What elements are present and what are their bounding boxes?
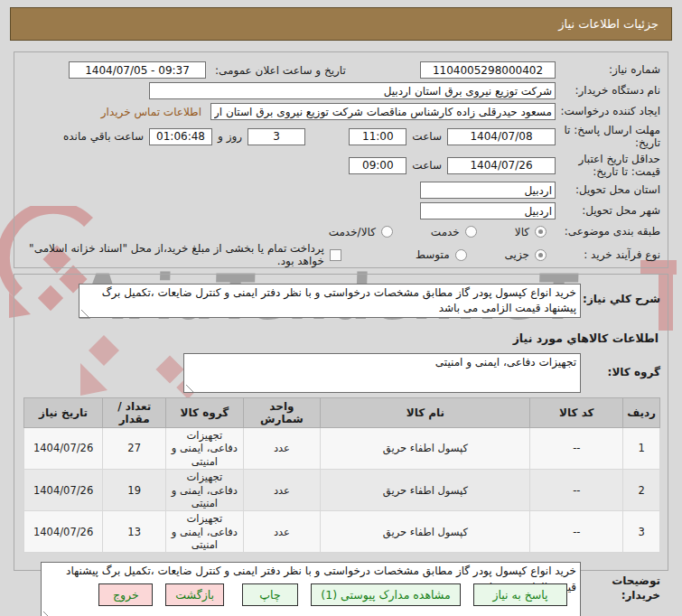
items-table-body: 1-- کپسول اطفاء حریقعدد تجهیزات دفاعی، ا… [24,428,660,553]
radio-minor-icon[interactable] [535,249,547,261]
process-type-label: نوع فرآیند خرید : [556,248,660,261]
items-panel: شرح کلي نیاز: خرید انواع کپسول پودر گاز … [14,274,668,571]
remaining-time-field[interactable] [149,128,212,145]
action-buttons: پاسخ به نیاز مشاهده مدارک پیوستی (1) چاپ… [14,583,668,606]
radio-option-service[interactable]: خدمت [431,226,477,238]
deadline-label: مهلت ارسال پاسخ: تا تاریخ: [556,124,660,150]
items-section-title: اطلاعات کالاهاي مورد نیاز [25,331,659,345]
city-field[interactable] [420,202,556,219]
row-item-group: گروه کالا: تجهیزات دفاعی، ایمنی و امنیتی [23,353,660,396]
item-group-textarea[interactable]: تجهیزات دفاعی، ایمنی و امنیتی [183,353,581,393]
price-validity-label: حداقل تاریخ اعتبار قیمت: تا تاریخ: [556,153,660,179]
need-info-panel: شماره نیاز: تاریخ و ساعت اعلان عمومی: نا… [14,51,668,268]
radio-option-medium[interactable]: متوسط [416,248,467,261]
need-description-textarea[interactable]: خرید انواع کپسول پودر گاز مطابق مشخصات د… [79,284,581,318]
view-attachments-button[interactable]: مشاهده مدارک پیوستی (1) [311,583,461,606]
announce-datetime-label: تاریخ و ساعت اعلان عمومی: [215,64,346,77]
item-group-label: گروه کالا: [581,353,660,380]
resize-grip-icon[interactable] [43,611,51,616]
table-row: 2-- کپسول اطفاء حریقعدد تجهیزات دفاعی، ا… [24,470,660,511]
row-buyer-org: نام دستگاه خریدار: [23,80,660,101]
radio-minor-label: جزیی [505,248,529,261]
back-button[interactable]: بازگشت [165,583,224,606]
resize-grip-icon[interactable] [186,385,193,392]
buyer-org-field[interactable] [149,82,556,99]
province-label: استان محل تحویل: [556,183,660,196]
need-description-label: شرح کلي نیاز: [581,284,660,307]
radio-option-minor[interactable]: جزیی [505,248,547,261]
row-creator: ایجاد کننده درخواست: اطلاعات تماس خریدار [23,101,660,122]
row-province: استان محل تحویل: [23,180,660,201]
deadline-hour-field[interactable] [349,128,406,145]
treasury-docs-label: پرداخت تمام یا بخشی از مبلغ خرید،از محل … [23,242,324,267]
col-quantity: تعداد / مقدار [103,398,166,428]
row-classification: طبقه بندی موضوعی: کالا خدمت کالا/خدمت [23,221,660,242]
row-process-type: نوع فرآیند خرید : جزیی متوسط پرداخت تمام… [23,242,660,267]
province-field[interactable] [420,182,556,199]
announce-datetime-field[interactable] [69,61,206,79]
col-item-code: کد کالا [530,398,623,428]
row-need-number: شماره نیاز: تاریخ و ساعت اعلان عمومی: [23,60,660,80]
buyer-contact-link[interactable]: اطلاعات تماس خریدار [101,106,201,118]
col-item-name: نام کالا [321,398,530,428]
col-row-number: ردیف [623,398,660,428]
price-validity-hour-label: ساعت [412,159,442,172]
radio-service-label: خدمت [431,226,460,238]
page-title: جزئیات اطلاعات نیاز [558,17,659,31]
col-unit: واحد شمارش [243,398,321,428]
radio-goods-label: کالا [515,226,529,238]
deadline-date-field[interactable] [447,128,556,145]
items-table-header-row: ردیف کد کالا نام کالا واحد شمارش گروه کا… [24,398,660,428]
row-need-description: شرح کلي نیاز: خرید انواع کپسول پودر گاز … [23,284,660,321]
radio-goods-service-label: کالا/خدمت [329,226,376,238]
print-button[interactable]: چاپ [242,583,298,606]
treasury-docs-option[interactable]: پرداخت تمام یا بخشی از مبلغ خرید،از محل … [23,242,341,267]
creator-label: ایجاد کننده درخواست: [556,105,660,117]
col-item-group: گروه کالا [166,398,243,428]
row-deadline: مهلت ارسال پاسخ: تا تاریخ: ساعت روز و سا… [23,122,660,151]
buyer-org-label: نام دستگاه خریدار: [556,84,660,97]
city-label: شهر محل تحویل: [556,204,660,217]
radio-medium-icon[interactable] [455,249,467,261]
radio-service-icon[interactable] [465,226,477,238]
radio-goods-service-icon[interactable] [381,226,393,238]
remaining-days-field[interactable] [248,128,305,145]
row-city: شهر محل تحویل: [23,201,660,221]
radio-option-goods-service[interactable]: کالا/خدمت [329,226,393,238]
price-validity-hour-field[interactable] [349,157,406,174]
col-need-date: تاریخ نیاز [24,398,103,428]
table-row: 3-- کپسول اطفاء حریقعدد تجهیزات دفاعی، ا… [24,511,660,553]
treasury-docs-checkbox[interactable] [330,249,341,261]
need-number-label: شماره نیاز: [556,63,660,76]
deadline-hour-label: ساعت [412,130,442,143]
remaining-time-label: ساعت باقي مانده [63,130,144,143]
radio-goods-icon[interactable] [535,226,547,238]
classification-label: طبقه بندی موضوعی: [556,225,660,238]
radio-medium-label: متوسط [416,248,450,261]
items-table: ردیف کد کالا نام کالا واحد شمارش گروه کا… [23,397,660,553]
creator-field[interactable] [210,103,556,120]
need-number-field[interactable] [420,61,556,79]
exit-button[interactable]: خروج [98,583,153,606]
remaining-days-label: روز و [218,130,242,143]
table-row: 1-- کپسول اطفاء حریقعدد تجهیزات دفاعی، ا… [24,428,660,470]
price-validity-date-field[interactable] [447,157,556,174]
page-title-bar: جزئیات اطلاعات نیاز [10,7,672,41]
row-price-validity: حداقل تاریخ اعتبار قیمت: تا تاریخ: ساعت [23,151,660,180]
resize-grip-icon[interactable] [81,310,89,317]
respond-to-need-button[interactable]: پاسخ به نیاز [473,583,567,606]
radio-option-goods[interactable]: کالا [515,226,547,238]
